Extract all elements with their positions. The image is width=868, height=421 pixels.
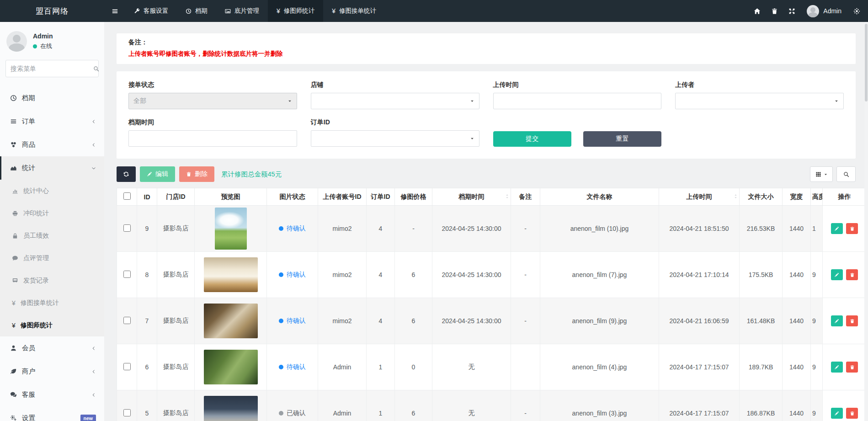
cell-price: 6 — [395, 390, 432, 421]
sidebar-item-7[interactable]: 设置new — [0, 406, 104, 421]
pencil-icon — [834, 272, 839, 277]
preview-thumbnail[interactable] — [204, 304, 258, 338]
select-all-checkbox[interactable] — [123, 192, 131, 200]
sidebar-item-3[interactable]: 统计 — [0, 156, 104, 180]
cell-order-id: 4 — [367, 298, 395, 344]
menu-search-input[interactable] — [11, 65, 93, 72]
sidebar-subitem-3-2[interactable]: 员工绩效 — [0, 224, 104, 247]
avatar — [6, 31, 27, 52]
settings-gear-button[interactable] — [848, 0, 865, 22]
sidebar-item-1[interactable]: 订单 — [0, 110, 104, 133]
caret-down-icon — [288, 99, 292, 103]
row-delete-button[interactable] — [846, 315, 858, 326]
column-header-upload_time[interactable]: 上传时间 — [659, 188, 740, 206]
filter-select-1[interactable] — [311, 93, 479, 109]
sidebar-subitem-3-3[interactable]: 点评管理 — [0, 247, 104, 269]
sidebar-subitem-3-6[interactable]: ¥修图师统计 — [0, 314, 104, 336]
top-nav-item-0[interactable]: 客服设置 — [125, 0, 177, 22]
column-header-height: 高度 — [811, 188, 823, 206]
preview-thumbnail[interactable] — [204, 350, 258, 384]
delete-button[interactable]: 删除 — [179, 166, 214, 182]
filter-input-4[interactable] — [128, 130, 297, 147]
preview-thumbnail[interactable] — [204, 396, 258, 421]
row-edit-button[interactable] — [831, 408, 843, 419]
column-header-label: 操作 — [838, 193, 851, 200]
refresh-button[interactable] — [117, 166, 136, 182]
sidebar-subitem-3-1[interactable]: 冲印统计 — [0, 202, 104, 224]
trash-button[interactable] — [766, 0, 783, 22]
cell-height-clipped: 9 — [811, 252, 823, 298]
column-header-schedule[interactable]: 档期时间 — [432, 188, 511, 206]
sidebar-subitem-3-5[interactable]: ¥修图接单统计 — [0, 292, 104, 314]
row-delete-button[interactable] — [846, 362, 858, 373]
sidebar-item-2[interactable]: 商品 — [0, 133, 104, 156]
filter-input-2[interactable] — [493, 93, 662, 109]
cell-remark: - — [511, 390, 540, 421]
top-nav-item-1[interactable]: 档期 — [177, 0, 216, 22]
sidebar-item-4[interactable]: 会员 — [0, 336, 104, 360]
cell-preview — [195, 344, 267, 390]
top-nav-item-2[interactable]: 底片管理 — [216, 0, 268, 22]
sort-icon-wrap — [504, 193, 510, 201]
cell-filename: anenon_film (4).jpg — [540, 344, 659, 390]
filter-field-2: 上传时间 — [493, 81, 662, 109]
table-row-5: 5 摄影岛店 已确认 Admin 1 6 无 - anenon_film (3)… — [117, 390, 867, 421]
row-edit-button[interactable] — [831, 362, 843, 373]
preview-thumbnail[interactable] — [215, 208, 247, 250]
row-checkbox[interactable] — [123, 224, 131, 232]
cell-filename: anenon_film (3).jpg — [540, 390, 659, 421]
home-button[interactable] — [748, 0, 766, 22]
filter-select-0[interactable]: 全部 — [128, 93, 297, 109]
row-edit-button[interactable] — [831, 223, 843, 234]
brand-logo[interactable]: 盟百网络 — [0, 0, 104, 22]
submit-button[interactable]: 提交 — [493, 131, 571, 147]
table-search-button[interactable] — [836, 166, 856, 182]
row-delete-button[interactable] — [846, 408, 858, 419]
yen-icon: ¥ — [12, 300, 16, 306]
cell-schedule: 无 — [432, 344, 511, 390]
top-nav-item-3[interactable]: ¥修图师统计 — [268, 0, 323, 22]
sidebar-subitem-3-4[interactable]: 发货记录 — [0, 269, 104, 292]
row-edit-button[interactable] — [831, 315, 843, 326]
status-dot — [279, 272, 283, 277]
row-checkbox[interactable] — [123, 363, 131, 370]
sidebar-item-5[interactable]: 商户 — [0, 360, 104, 383]
row-checkbox[interactable] — [123, 317, 131, 324]
chevron-left-icon — [91, 393, 96, 397]
page-scrollbar[interactable] — [864, 22, 868, 421]
status-dot — [279, 365, 283, 369]
chevron-left-icon-wrap — [91, 143, 96, 147]
column-header-price: 修图价格 — [395, 188, 432, 206]
cell-width: 1440 — [783, 344, 811, 390]
cell-filesize: 175.5KB — [740, 252, 783, 298]
top-nav-item-4[interactable]: ¥修图接单统计 — [323, 0, 385, 22]
row-delete-button[interactable] — [846, 223, 858, 234]
sidebar-item-6[interactable]: 客服 — [0, 383, 104, 406]
table-toolbar: 编辑 删除 累计修图总金额45元 — [117, 166, 856, 182]
cell-status: 待确认 — [267, 298, 318, 344]
cell-uploader: mimo2 — [318, 252, 367, 298]
column-header-status: 图片状态 — [267, 188, 318, 206]
expand-button[interactable] — [783, 0, 800, 22]
filter-select-5[interactable] — [311, 130, 479, 147]
image-icon — [225, 8, 231, 14]
sidebar-item-0[interactable]: 档期 — [0, 86, 104, 110]
column-header-filesize: 文件大小 — [740, 188, 783, 206]
row-checkbox[interactable] — [123, 271, 131, 278]
row-checkbox[interactable] — [123, 409, 131, 416]
columns-dropdown-button[interactable] — [810, 166, 833, 182]
edit-button[interactable]: 编辑 — [140, 166, 175, 182]
filter-select-3[interactable] — [675, 93, 844, 109]
scrollbar-thumb[interactable] — [865, 24, 868, 101]
preview-thumbnail[interactable] — [204, 257, 258, 292]
cell-actions — [823, 390, 867, 421]
sidebar-subitem-3-0[interactable]: 统计中心 — [0, 180, 104, 202]
reset-button[interactable]: 重置 — [583, 131, 661, 147]
row-delete-button[interactable] — [846, 269, 858, 280]
user-menu[interactable]: Admin — [802, 5, 846, 17]
row-edit-button[interactable] — [831, 269, 843, 280]
cell-status: 已确认 — [267, 390, 318, 421]
cell-store: 摄影岛店 — [157, 252, 195, 298]
sidebar-toggle-button[interactable] — [104, 0, 125, 22]
sort-icon — [733, 193, 739, 199]
